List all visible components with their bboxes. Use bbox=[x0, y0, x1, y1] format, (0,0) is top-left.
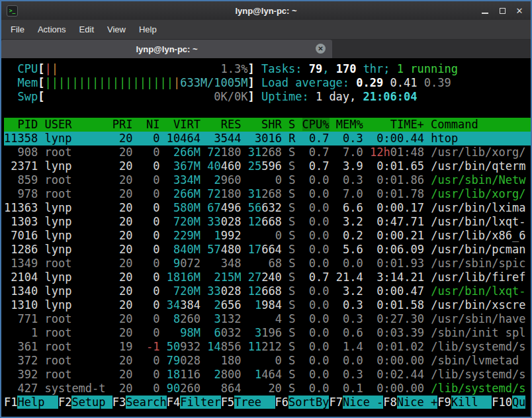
process-row-392[interactable]: 392 root 20 0 18116 2800 1464 S 0.0 0.3 … bbox=[4, 368, 531, 382]
cell-state: S bbox=[288, 284, 295, 298]
cell-user: root bbox=[44, 354, 105, 367]
process-row-1303[interactable]: 1303 lynp 20 0 720M 33028 12668 S 0.0 3.… bbox=[4, 215, 531, 229]
cell-mem: 0.0 bbox=[336, 354, 363, 367]
process-row-908[interactable]: 908 root 20 0 266M 72180 31268 S 0.7 7.0… bbox=[4, 146, 531, 159]
cell-ni: 0 bbox=[140, 284, 160, 298]
process-row-372[interactable]: 372 root 20 0 79028 180 0 S 0.0 0.0 0:00… bbox=[4, 354, 531, 368]
fn-f10-label[interactable]: Qu bbox=[512, 396, 525, 409]
tab-title: lynp@lyn-pc: ~ bbox=[136, 44, 197, 54]
cell-time: 0:01.58 bbox=[377, 298, 424, 312]
tab-terminal[interactable]: lynp@lyn-pc: ~ ✕ bbox=[1, 40, 332, 58]
fn-f6-key[interactable]: F6 bbox=[275, 396, 288, 409]
process-row-771[interactable]: 771 root 20 0 8260 3132 4 S 0.0 0.3 0:27… bbox=[4, 312, 531, 326]
process-row-427[interactable]: 427 systemd-t 20 0 90260 864 20 S 0.0 0.… bbox=[4, 382, 531, 396]
process-row-11358[interactable]: 11358 lynp 20 0 10464 3544 3016 R 0.7 0.… bbox=[4, 132, 531, 146]
cell-time: 0:00.00 bbox=[377, 354, 424, 367]
process-row-1349[interactable]: 1349 root 20 0 9072 348 68 S 0.0 0.0 0:0… bbox=[4, 257, 531, 271]
cell-shr: 3 bbox=[255, 132, 261, 145]
process-row-978[interactable]: 978 root 20 0 266M 72180 31268 S 0.0 7.0… bbox=[4, 187, 531, 201]
cell-shr: 17 bbox=[248, 243, 261, 256]
cell-mem: 6.6 bbox=[336, 201, 363, 214]
fn-f3-key[interactable]: F3 bbox=[112, 396, 126, 409]
cell-shr: 25 bbox=[248, 159, 261, 173]
process-row-859[interactable]: 859 root 20 0 334M 2960 0 S 0.0 0.3 0:01… bbox=[4, 173, 531, 187]
cell-virt: 8 bbox=[173, 312, 180, 325]
cell-pid: 859 bbox=[4, 173, 38, 187]
process-table-header[interactable]: PID USER PRI NI VIRT RES SHR S CPU% MEM%… bbox=[4, 118, 531, 132]
fn-f2-label[interactable]: Setup bbox=[71, 396, 112, 409]
fn-f1-label[interactable]: Help bbox=[17, 396, 58, 409]
fn-f9-key[interactable]: F9 bbox=[437, 396, 451, 409]
cell-time: 0:03.39 bbox=[377, 326, 424, 339]
process-row-7016[interactable]: 7016 lynp 20 0 229M 1992 0 S 0.0 0.2 0:0… bbox=[4, 229, 531, 243]
cell-shr: 12 bbox=[248, 284, 261, 298]
cell-pid: 392 bbox=[4, 368, 38, 381]
fn-f7-key[interactable]: F7 bbox=[329, 396, 342, 409]
cell-shr: 4 bbox=[275, 312, 282, 325]
menu-item-actions[interactable]: Actions bbox=[31, 21, 73, 38]
load-5min: 0.41 bbox=[390, 76, 424, 89]
cell-command: /lib/systemd/s bbox=[431, 382, 525, 395]
menu-item-file[interactable]: File bbox=[4, 21, 31, 38]
swp-meter: Swp[ 0K/0K] Uptime: 1 day, 21:06:04 bbox=[4, 90, 531, 104]
minimize-icon[interactable] bbox=[479, 5, 491, 17]
process-row-1286[interactable]: 1286 lynp 20 0 840M 57480 17664 S 0.0 5.… bbox=[4, 243, 531, 257]
cell-virt: 840M bbox=[173, 243, 200, 256]
cell-user: lynp bbox=[44, 284, 105, 298]
fn-f2-key[interactable]: F2 bbox=[58, 396, 71, 409]
tab-close-icon[interactable]: ✕ bbox=[316, 44, 326, 54]
terminal-screen[interactable]: CPU[|| 1.3%] Tasks: 79, 170 thr; 1 runni… bbox=[1, 58, 531, 417]
titlebar[interactable]: >_ lynp@lyn-pc: ~ ✕ bbox=[1, 1, 531, 20]
cell-mem: 0.3 bbox=[336, 132, 363, 145]
fn-f3-label[interactable]: Search bbox=[126, 396, 166, 409]
process-row-2104[interactable]: 2104 lynp 20 0 1816M 215M 27240 S 0.7 21… bbox=[4, 271, 531, 284]
cell-pri: 20 bbox=[112, 132, 133, 145]
fn-f10-key[interactable]: F10 bbox=[492, 396, 512, 409]
cell-pid: 1310 bbox=[4, 298, 38, 312]
cell-ni: 0 bbox=[140, 173, 160, 187]
cell-command: /usr/bin/qterm bbox=[431, 159, 525, 173]
close-icon[interactable]: ✕ bbox=[513, 5, 525, 17]
cell-user: lynp bbox=[44, 298, 105, 312]
cell-ni: 0 bbox=[140, 298, 160, 312]
process-row-1310[interactable]: 1310 lynp 20 0 34384 2656 1984 S 0.0 0.3… bbox=[4, 298, 531, 312]
column-header-shr: SHR bbox=[248, 118, 282, 131]
swp-meter-value: 0K/0K bbox=[214, 90, 247, 103]
fn-f5-key[interactable]: F5 bbox=[221, 396, 234, 409]
cell-ni: 0 bbox=[140, 271, 160, 284]
cell-pri: 20 bbox=[112, 159, 133, 173]
cell-shr: 68 bbox=[268, 257, 281, 270]
fn-f4-label[interactable]: Filter bbox=[180, 396, 220, 409]
cell-pri: 20 bbox=[112, 326, 133, 339]
maximize-icon[interactable] bbox=[496, 5, 508, 17]
qterminal-window: >_ lynp@lyn-pc: ~ ✕ FileActionsEditViewH… bbox=[0, 0, 532, 418]
column-header-time: TIME+ bbox=[370, 118, 424, 131]
fn-f6-label[interactable]: SortBy bbox=[288, 396, 329, 409]
fn-f4-key[interactable]: F4 bbox=[167, 396, 180, 409]
cell-cpu: 0.0 bbox=[302, 187, 330, 200]
fn-f8-label[interactable]: Nice + bbox=[397, 396, 437, 409]
cell-pid: 1286 bbox=[4, 243, 38, 256]
fn-f7-label[interactable]: Nice - bbox=[343, 396, 383, 409]
fn-f5-label[interactable]: Tree bbox=[234, 396, 275, 409]
fn-f1-key[interactable]: F1 bbox=[4, 396, 17, 409]
fn-f8-key[interactable]: F8 bbox=[383, 396, 396, 409]
cell-mem: 3.9 bbox=[336, 159, 363, 173]
cell-mem: 5.6 bbox=[336, 243, 363, 256]
process-row-1[interactable]: 1 root 20 0 98M 6032 3196 S 0.0 0.6 0:03… bbox=[4, 326, 531, 340]
menu-item-help[interactable]: Help bbox=[132, 21, 163, 38]
cell-res: 1 bbox=[214, 229, 220, 242]
process-row-2371[interactable]: 2371 lynp 20 0 367M 40460 25596 S 0.7 3.… bbox=[4, 159, 531, 173]
process-row-361[interactable]: 361 root 19 -1 50932 14856 11212 S 0.0 1… bbox=[4, 340, 531, 354]
cell-pri: 20 bbox=[112, 284, 133, 298]
process-row-11363[interactable]: 11363 lynp 20 0 580M 67496 56632 S 0.0 6… bbox=[4, 201, 531, 215]
cell-cpu: 0.7 bbox=[302, 132, 330, 145]
cell-command: /sbin/lvmetad bbox=[431, 354, 525, 367]
process-row-1340[interactable]: 1340 lynp 20 0 720M 33028 12668 S 0.0 3.… bbox=[4, 284, 531, 298]
menu-item-edit[interactable]: Edit bbox=[73, 21, 101, 38]
fn-f9-label[interactable]: Kill bbox=[451, 396, 492, 409]
cell-pid: 2371 bbox=[4, 159, 38, 173]
cell-virt: 79 bbox=[167, 354, 180, 367]
menu-item-view[interactable]: View bbox=[101, 21, 132, 38]
cpu-meter-value: 1.3% bbox=[221, 62, 248, 75]
